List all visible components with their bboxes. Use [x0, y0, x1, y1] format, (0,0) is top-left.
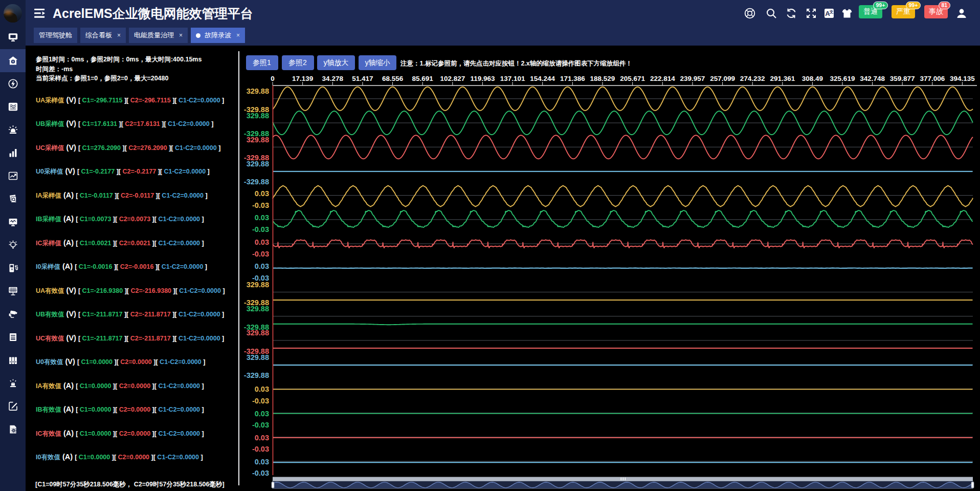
app-root: AcrelEMS企业微电网能效管理平台 A文 普通99+严重99+事故81 管理…: [0, 0, 980, 491]
x-axis-label: 394.135: [950, 75, 975, 82]
sidebar-item-cabinet[interactable]: [0, 326, 26, 349]
x-axis-label: 377.006: [920, 75, 945, 82]
x-axis-label: 359.877: [890, 75, 915, 82]
x-axis-label: 188.529: [590, 75, 615, 82]
cctv-icon: [8, 309, 18, 319]
bar-chart-icon: [8, 147, 18, 158]
sidebar-item-alarm-bolt[interactable]: [0, 372, 26, 395]
x-axis-label: 34.278: [322, 75, 344, 82]
x-axis-label: 325.619: [830, 75, 855, 82]
minimap-right-handle[interactable]: [971, 482, 974, 488]
sidebar-item-doc-gear[interactable]: [0, 418, 26, 441]
y-axis-min-label: -0.03: [252, 201, 269, 209]
waveform-IA采样值: [273, 186, 973, 207]
y-axis-min-label: -0.03: [252, 421, 269, 429]
user-avatar[interactable]: [4, 4, 22, 23]
sidebar-item-binders[interactable]: [0, 349, 26, 372]
x-axis-label: 102.827: [440, 75, 465, 82]
line-chart-icon: [8, 170, 18, 181]
edit-square-icon: [8, 401, 18, 412]
y-axis-max-label: 329.88: [247, 353, 269, 361]
sidebar-item-bar-chart[interactable]: [0, 141, 26, 164]
sidebar: [0, 0, 26, 491]
x-axis-label: 68.556: [382, 75, 404, 82]
ev-charger-icon: [8, 263, 18, 273]
siren-icon: [8, 124, 18, 135]
waveform-chart[interactable]: 017.13934.27851.41768.55685.691102.82711…: [0, 0, 980, 491]
x-axis-label: 0: [271, 75, 275, 82]
sidebar-item-home-bolt[interactable]: [0, 49, 26, 72]
x-axis-label: 222.814: [650, 75, 675, 82]
button-参照1[interactable]: 参照1: [246, 55, 278, 70]
wave-frame-icon: [8, 101, 18, 112]
sidebar-item-monitor-wave[interactable]: [0, 210, 26, 233]
y-axis-max-label: 0.03: [255, 262, 269, 270]
x-axis-label: 274.232: [740, 75, 765, 82]
cabinet-icon: [8, 332, 18, 343]
doc-gear-icon: [8, 424, 18, 435]
x-axis-label: 308.49: [802, 75, 823, 82]
solar-panel-icon: [8, 286, 18, 296]
bulb-icon: [8, 240, 18, 250]
sidebar-item-line-chart[interactable]: [0, 164, 26, 187]
y-axis-min-label: -0.03: [252, 469, 269, 477]
minimap-grip-icon: [625, 478, 626, 481]
sidebar-item-doc-search[interactable]: [0, 187, 26, 210]
minimap-grip-icon: [623, 478, 624, 481]
alarm-bolt-icon: [8, 378, 18, 389]
waveform-IC采样值: [273, 240, 973, 248]
sidebar-item-solar-panel[interactable]: [0, 280, 26, 303]
button-参照2[interactable]: 参照2: [282, 55, 314, 70]
x-axis-label: 291.361: [770, 75, 795, 82]
y-axis-max-label: 329.88: [247, 112, 269, 120]
y-axis-max-label: 329.88: [247, 305, 269, 313]
monitor-wave-icon: [8, 217, 18, 227]
x-axis-label: 171.386: [560, 75, 585, 82]
y-axis-min-label: -329.88: [244, 371, 269, 379]
minimap-left-handle[interactable]: [272, 482, 274, 488]
waveform-UB采样值: [273, 111, 973, 135]
home-bolt-icon: [8, 55, 18, 66]
sidebar-item-monitor[interactable]: [0, 26, 26, 49]
y-axis-max-label: 0.03: [255, 214, 269, 222]
x-axis-label: 342.748: [860, 75, 885, 82]
sidebar-item-siren[interactable]: [0, 118, 26, 141]
x-axis-label: 51.417: [352, 75, 373, 82]
y-axis-max-label: 329.88: [247, 136, 269, 144]
sidebar-item-bolt-circle[interactable]: [0, 72, 26, 95]
y-axis-max-label: 329.88: [247, 329, 269, 337]
y-axis-max-label: 329.88: [247, 87, 269, 95]
y-axis-min-label: -0.03: [252, 397, 269, 405]
monitor-icon: [8, 32, 18, 42]
sidebar-item-cctv[interactable]: [0, 303, 26, 326]
button-y轴缩小[interactable]: y轴缩小: [359, 55, 396, 70]
x-axis-label: 239.957: [680, 75, 705, 82]
sidebar-item-wave-frame[interactable]: [0, 95, 26, 118]
x-axis-label: 257.099: [710, 75, 735, 82]
waveform-I0采样值: [273, 268, 973, 268]
waveform-UB有效值: [273, 324, 973, 325]
bolt-circle-icon: [8, 78, 18, 89]
panel-divider[interactable]: [238, 51, 239, 485]
x-axis-label: 154.244: [530, 75, 555, 82]
x-axis-label: 85.691: [412, 75, 434, 82]
y-axis-min-label: -0.03: [252, 250, 269, 258]
x-axis-label: 17.139: [292, 75, 313, 82]
sidebar-item-bulb[interactable]: [0, 233, 26, 257]
y-axis-max-label: 0.03: [255, 238, 269, 246]
x-axis-label: 137.101: [500, 75, 525, 82]
y-axis-max-label: 0.03: [255, 189, 269, 198]
y-axis-max-label: 329.88: [247, 160, 269, 168]
sidebar-item-ev-charger[interactable]: [0, 257, 26, 280]
y-axis-max-label: 0.03: [255, 434, 269, 442]
button-y轴放大[interactable]: y轴放大: [317, 55, 355, 70]
waveform-IB采样值: [273, 210, 973, 227]
sidebar-item-edit-square[interactable]: [0, 395, 26, 418]
y-axis-max-label: 0.03: [255, 458, 269, 466]
y-axis-min-label: -329.88: [244, 178, 269, 186]
y-axis-min-label: -0.03: [252, 225, 269, 233]
x-axis-label: 119.963: [470, 75, 495, 82]
x-axis-label: 205.671: [620, 75, 645, 82]
y-axis-max-label: 0.03: [255, 410, 269, 418]
minimap-grip-icon: [621, 478, 622, 481]
